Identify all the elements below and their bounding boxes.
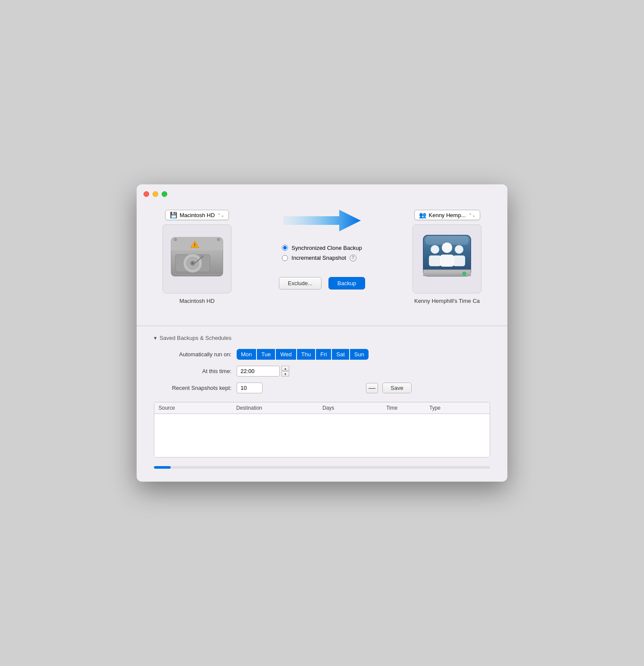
time-input[interactable] <box>237 366 280 377</box>
svg-text:!: ! <box>194 243 195 248</box>
snapshots-row: Recent Snapshots kept: — Save <box>154 383 490 393</box>
section-collapse-icon: ▾ <box>154 335 157 341</box>
source-drive-image: ! <box>163 224 231 293</box>
minimize-button[interactable] <box>153 191 158 197</box>
svg-point-9 <box>192 262 194 264</box>
svg-rect-28 <box>453 255 465 266</box>
backup-arrow-icon <box>283 205 361 236</box>
svg-point-14 <box>217 238 220 241</box>
destination-chevron-icon: ⌃⌄ <box>469 213 475 218</box>
incremental-snapshot-radio[interactable] <box>282 255 288 261</box>
help-icon[interactable]: ? <box>350 255 356 261</box>
snapshots-label: Recent Snapshots kept: <box>154 385 231 391</box>
svg-point-25 <box>442 243 452 253</box>
progress-bar-fill <box>154 466 171 469</box>
table-body <box>154 414 490 457</box>
time-decrement-button[interactable]: ▼ <box>281 371 289 377</box>
source-hdd-svg: ! <box>167 229 227 289</box>
exclude-button[interactable]: Exclude... <box>279 277 322 289</box>
synchronized-clone-label: Synchronized Clone Backup <box>291 245 362 251</box>
time-field: ▲ ▼ <box>237 366 289 377</box>
remove-schedule-button[interactable]: — <box>366 383 378 393</box>
table-header: Source Destination Days Time Type <box>154 402 490 414</box>
time-label: At this time: <box>154 368 231 374</box>
source-selector-label: Macintosh HD <box>180 212 215 218</box>
svg-point-13 <box>174 238 177 241</box>
col-time: Time <box>386 405 429 411</box>
svg-point-23 <box>431 245 439 254</box>
button-row: Exclude... Backup <box>279 277 365 289</box>
time-increment-button[interactable]: ▲ <box>281 366 289 371</box>
destination-selector-label: Kenny Hemp... <box>429 212 466 218</box>
save-schedule-button[interactable]: Save <box>382 383 412 393</box>
source-drive-label: Macintosh HD <box>179 298 215 304</box>
close-button[interactable] <box>144 191 149 197</box>
destination-drive-svg <box>417 229 477 289</box>
synchronized-clone-option[interactable]: Synchronized Clone Backup <box>282 245 362 251</box>
day-sun-button[interactable]: Sun <box>350 349 369 360</box>
col-actions <box>472 405 485 411</box>
svg-point-16 <box>217 273 220 275</box>
auto-run-label: Automatically run on: <box>154 351 231 358</box>
svg-point-15 <box>174 273 177 275</box>
day-thu-button[interactable]: Thu <box>297 349 315 360</box>
svg-rect-21 <box>423 270 471 271</box>
backup-options: Synchronized Clone Backup Incremental Sn… <box>282 245 362 261</box>
progress-bar-container <box>154 466 490 469</box>
destination-selector[interactable]: 👥 Kenny Hemp... ⌃⌄ <box>414 210 480 220</box>
arrow-container <box>283 208 361 233</box>
svg-point-27 <box>455 245 463 254</box>
arrow-area: Synchronized Clone Backup Incremental Sn… <box>231 225 413 289</box>
auto-run-row: Automatically run on: Mon Tue Wed Thu Fr… <box>154 349 490 360</box>
source-drive-item: 💾 Macintosh HD ⌃⌄ <box>163 210 231 304</box>
main-window: 💾 Macintosh HD ⌃⌄ <box>137 184 507 482</box>
incremental-snapshot-label: Incremental Snapshot <box>291 255 346 261</box>
source-selector[interactable]: 💾 Macintosh HD ⌃⌄ <box>165 210 229 220</box>
saved-backups-header[interactable]: ▾ Saved Backups & Schedules <box>154 335 490 341</box>
snapshots-input[interactable] <box>237 383 263 393</box>
source-chevron-icon: ⌃⌄ <box>217 213 224 218</box>
source-hdd-icon: 💾 <box>170 212 177 218</box>
incremental-snapshot-option[interactable]: Incremental Snapshot <box>282 255 346 261</box>
destination-drive-item: 👥 Kenny Hemp... ⌃⌄ <box>413 210 481 304</box>
destination-drive-image <box>413 224 481 293</box>
synchronized-clone-radio[interactable] <box>282 245 288 251</box>
backup-button[interactable]: Backup <box>328 277 365 289</box>
destination-drive-label: Kenny Hemphill's Time Ca <box>414 298 480 304</box>
day-mon-button[interactable]: Mon <box>237 349 256 360</box>
drive-row: 💾 Macintosh HD ⌃⌄ <box>163 210 481 304</box>
svg-rect-26 <box>440 255 454 267</box>
day-sat-button[interactable]: Sat <box>332 349 349 360</box>
col-type: Type <box>429 405 472 411</box>
svg-marker-17 <box>283 210 361 231</box>
day-fri-button[interactable]: Fri <box>316 349 331 360</box>
svg-point-11 <box>201 255 203 258</box>
title-bar <box>137 184 507 197</box>
time-stepper: ▲ ▼ <box>281 366 289 377</box>
svg-rect-12 <box>173 274 221 275</box>
svg-point-22 <box>463 272 466 275</box>
day-wed-button[interactable]: Wed <box>276 349 296 360</box>
day-tue-button[interactable]: Tue <box>257 349 275 360</box>
days-buttons: Mon Tue Wed Thu Fri Sat Sun <box>237 349 369 360</box>
svg-rect-24 <box>429 255 441 266</box>
maximize-button[interactable] <box>162 191 167 197</box>
col-destination: Destination <box>236 405 322 411</box>
time-row: At this time: ▲ ▼ <box>154 366 490 377</box>
section-header-label: Saved Backups & Schedules <box>159 335 231 341</box>
destination-hdd-icon: 👥 <box>419 212 426 218</box>
top-section: 💾 Macintosh HD ⌃⌄ <box>137 197 507 326</box>
snapshots-controls: — Save <box>237 383 412 393</box>
col-source: Source <box>159 405 236 411</box>
bottom-section: ▾ Saved Backups & Schedules Automaticall… <box>137 326 507 482</box>
col-days: Days <box>322 405 386 411</box>
schedules-table: Source Destination Days Time Type <box>154 402 490 457</box>
